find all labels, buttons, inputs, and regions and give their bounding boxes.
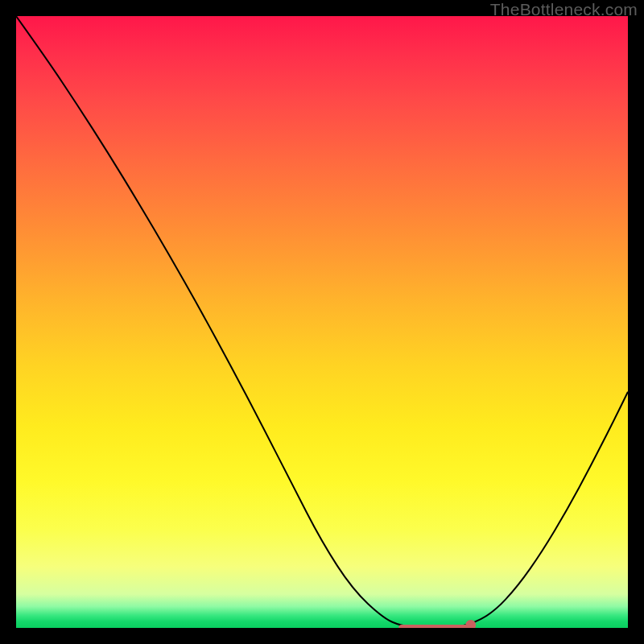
bottleneck-curve-line — [16, 16, 628, 628]
curve-layer — [16, 16, 628, 628]
chart-stage: TheBottleneck.com — [0, 0, 644, 644]
watermark-text: TheBottleneck.com — [490, 0, 638, 19]
plot-area — [16, 16, 628, 628]
valley-end-dot — [465, 620, 476, 628]
